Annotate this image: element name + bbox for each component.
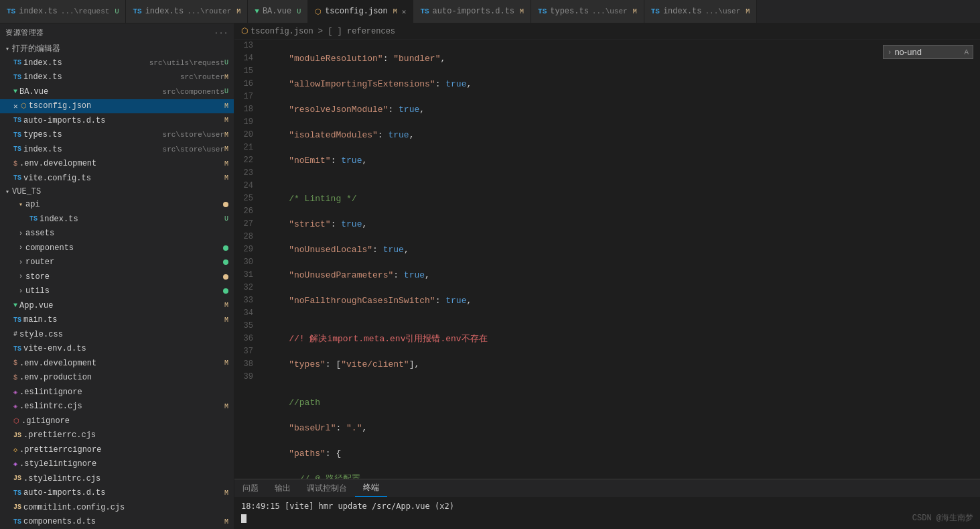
file-name: index.ts bbox=[23, 58, 147, 68]
terminal-line: 18:49:15 [vite] hmr update /src/App.vue … bbox=[241, 500, 973, 512]
panel-tab-problems[interactable]: 问题 bbox=[234, 479, 267, 497]
untracked-dot bbox=[223, 288, 228, 294]
open-editor-index-router[interactable]: TS index.ts src\router M bbox=[0, 70, 234, 85]
file-name: .gitignore bbox=[21, 416, 228, 426]
section-open-editors[interactable]: ▾ 打开的编辑器 bbox=[0, 42, 234, 56]
folder-store[interactable]: › store bbox=[0, 270, 234, 284]
tab-types-user[interactable]: TS types.ts ...\user M bbox=[531, 0, 644, 23]
tab-badge: M bbox=[236, 8, 240, 15]
tab-badge: M bbox=[746, 8, 750, 15]
style-badge: ◈ bbox=[13, 460, 17, 468]
panel-tab-debug[interactable]: 调试控制台 bbox=[299, 479, 355, 497]
tab-ba-vue[interactable]: ▼ BA.vue U bbox=[248, 0, 308, 23]
folder-name: utils bbox=[25, 286, 50, 296]
file-path: src\store\user bbox=[163, 131, 224, 139]
open-editor-auto-imports[interactable]: TS auto-imports.d.ts M bbox=[0, 113, 234, 128]
file-gitignore[interactable]: ⬡ .gitignore bbox=[0, 414, 234, 428]
ts-icon: TS bbox=[420, 7, 429, 15]
tab-badge: M bbox=[633, 8, 637, 15]
breadcrumb-text: tsconfig.json > [ ] references bbox=[251, 27, 395, 36]
folder-components[interactable]: › components bbox=[0, 241, 234, 255]
folder-name: components bbox=[25, 243, 74, 253]
file-index-store-user[interactable]: TS index.ts src\store\user M bbox=[0, 142, 234, 157]
panel-tab-terminal[interactable]: 终端 bbox=[355, 479, 387, 497]
file-name: .prettierrcignore bbox=[19, 445, 228, 455]
ts-badge: TS bbox=[13, 489, 21, 497]
watermark: CSDN @海生南梦 bbox=[912, 512, 973, 524]
panel-tab-output[interactable]: 输出 bbox=[267, 479, 299, 497]
code-lines: "moduleResolution": "bundler", "allowImp… bbox=[261, 40, 980, 479]
eslint-badge: ◈ bbox=[13, 388, 17, 396]
chevron-right-icon: ▾ bbox=[19, 200, 23, 209]
file-types-user[interactable]: TS types.ts src\store\user M bbox=[0, 128, 234, 143]
file-name: index.ts bbox=[23, 72, 178, 82]
tab-label: index.ts bbox=[663, 7, 702, 16]
badge-m: M bbox=[224, 160, 228, 168]
tab-index-user[interactable]: TS index.ts ...\user M bbox=[644, 0, 758, 23]
file-path: src\router bbox=[180, 73, 224, 81]
folder-api[interactable]: ▾ api bbox=[0, 198, 234, 213]
ts-badge: TS bbox=[13, 59, 21, 66]
close-icon[interactable]: ✕ bbox=[13, 102, 18, 111]
file-eslintignore[interactable]: ◈ .eslintignore bbox=[0, 385, 234, 400]
ts-badge: TS bbox=[13, 316, 21, 324]
file-env-dev[interactable]: $ .env.development M bbox=[0, 157, 234, 172]
file-name: .stylelintignore bbox=[19, 459, 228, 469]
chevron-right-icon: › bbox=[19, 288, 23, 295]
sidebar-title: 资源管理器 ··· bbox=[0, 23, 234, 42]
file-auto-imports-d[interactable]: TS auto-imports.d.ts M bbox=[0, 486, 234, 501]
tab-bar: TS index.ts ...\request U TS index.ts ..… bbox=[0, 0, 980, 23]
folder-assets[interactable]: › assets bbox=[0, 227, 234, 241]
badge-m: M bbox=[224, 103, 228, 110]
dots-menu-icon[interactable]: ··· bbox=[214, 29, 228, 37]
chevron-right-icon: › bbox=[19, 244, 23, 251]
file-api-index[interactable]: TS index.ts U bbox=[0, 212, 234, 227]
sidebar: 资源管理器 ··· ▾ 打开的编辑器 TS index.ts src\utils… bbox=[0, 23, 234, 529]
tab-auto-imports[interactable]: TS auto-imports.d.ts M bbox=[413, 0, 531, 23]
tab-index-router[interactable]: TS index.ts ...\router M bbox=[126, 0, 248, 23]
json-breadcrumb-icon: ⬡ bbox=[241, 26, 248, 36]
tab-path: ...\user bbox=[592, 7, 628, 15]
open-editor-tsconfig[interactable]: ✕ ⬡ tsconfig.json M bbox=[0, 99, 234, 114]
tab-tsconfig[interactable]: ⬡ tsconfig.json M ✕ bbox=[308, 0, 413, 23]
folder-router[interactable]: › router bbox=[0, 255, 234, 270]
file-env-development[interactable]: $ .env.development M bbox=[0, 356, 234, 371]
badge-m: M bbox=[224, 403, 228, 410]
vue-icon: ▼ bbox=[255, 7, 259, 15]
panel-content: 18:49:15 [vite] hmr update /src/App.vue … bbox=[234, 497, 980, 529]
prettier-badge: ◇ bbox=[13, 446, 17, 454]
open-editor-ba-vue[interactable]: ▼ BA.vue src\components U bbox=[0, 84, 234, 99]
tab-label: types.ts bbox=[550, 7, 589, 16]
code-editor[interactable]: › A 1314151617 1819202122 2324252627 282… bbox=[234, 40, 980, 479]
file-stylelintrc[interactable]: JS .stylelintrc.cjs bbox=[0, 471, 234, 486]
file-path: src\store\user bbox=[163, 145, 224, 154]
file-env-production[interactable]: $ .env.production bbox=[0, 371, 234, 386]
file-style-css[interactable]: # style.css bbox=[0, 327, 234, 342]
file-prettierrcignore[interactable]: ◇ .prettierrcignore bbox=[0, 443, 234, 457]
tab-index-request[interactable]: TS index.ts ...\request U bbox=[0, 0, 126, 23]
file-eslintrc[interactable]: ◈ .eslintrc.cjs M bbox=[0, 400, 234, 414]
ts-badge: TS bbox=[13, 174, 21, 182]
file-commitlint[interactable]: JS commitlint.config.cjs bbox=[0, 500, 234, 515]
file-prettierrc[interactable]: JS .prettierrc.cjs bbox=[0, 428, 234, 443]
badge-u: U bbox=[224, 88, 228, 95]
file-app-vue[interactable]: ▼ App.vue M bbox=[0, 298, 234, 313]
file-vite-config[interactable]: TS vite.config.ts M bbox=[0, 171, 234, 186]
file-vite-env[interactable]: TS vite-env.d.ts bbox=[0, 342, 234, 357]
panel-tabs: 问题 输出 调试控制台 终端 bbox=[234, 479, 980, 497]
file-name: .env.development bbox=[19, 359, 224, 368]
file-name: .env.production bbox=[19, 373, 228, 382]
folder-name: router bbox=[25, 257, 54, 267]
file-components-d[interactable]: TS components.d.ts M bbox=[0, 515, 234, 530]
open-editor-index-request[interactable]: TS index.ts src\utils\request U bbox=[0, 56, 234, 70]
section-label: 打开的编辑器 bbox=[12, 43, 60, 54]
ts-badge: TS bbox=[13, 117, 21, 124]
folder-utils[interactable]: › utils bbox=[0, 284, 234, 299]
section-vue-ts[interactable]: ▾ VUE_TS bbox=[0, 186, 234, 198]
file-main-ts[interactable]: TS main.ts M bbox=[0, 313, 234, 328]
ts-badge: TS bbox=[13, 518, 21, 526]
untracked-dot bbox=[223, 259, 228, 265]
file-stylelintignore[interactable]: ◈ .stylelintignore bbox=[0, 457, 234, 472]
badge-m: M bbox=[224, 359, 228, 367]
close-icon[interactable]: ✕ bbox=[402, 7, 407, 16]
